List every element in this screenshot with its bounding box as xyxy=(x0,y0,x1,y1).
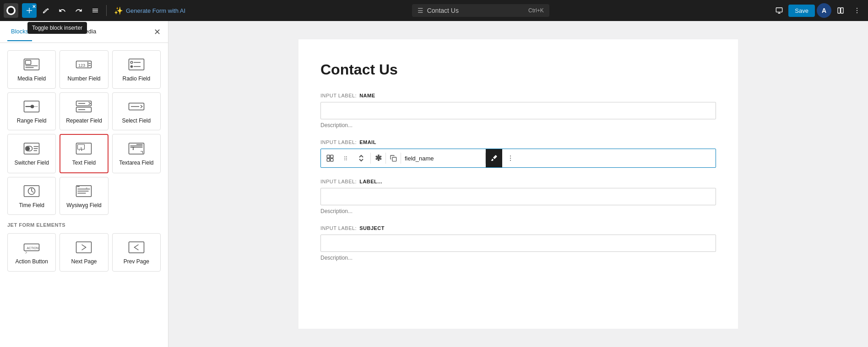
style-button[interactable] xyxy=(486,149,502,167)
svg-point-41 xyxy=(26,147,30,150)
text-field-icon: A xyxy=(76,140,92,157)
block-item-range-field[interactable]: Range Field xyxy=(7,92,56,131)
prev-page-icon xyxy=(128,239,145,256)
email-field-group: INPUT LABEL: EMAIL xyxy=(320,139,716,168)
subject-description: Description... xyxy=(320,255,716,261)
svg-point-80 xyxy=(510,160,511,161)
command-bar[interactable]: ☰ Contact Us Ctrl+K xyxy=(412,4,549,17)
block-item-action-button[interactable]: ACTION Action Button xyxy=(7,233,56,272)
sidebar-scroll: Media Field 123 Number Field xyxy=(0,43,168,347)
svg-point-76 xyxy=(346,160,347,160)
block-item-prev-page[interactable]: Prev Page xyxy=(112,233,161,272)
block-item-time-field[interactable]: Time Field xyxy=(7,177,56,215)
block-grid: Media Field 123 Number Field xyxy=(7,50,161,215)
redo-button[interactable] xyxy=(71,3,86,18)
svg-rect-45 xyxy=(76,143,92,154)
block-item-switcher-field[interactable]: Switcher Field xyxy=(7,134,56,173)
avatar-initial: A xyxy=(822,7,826,14)
command-bar-title: Contact Us xyxy=(427,7,459,14)
more-options-button[interactable] xyxy=(850,3,864,18)
svg-rect-2 xyxy=(29,8,29,13)
label-label-prefix: INPUT LABEL: xyxy=(320,179,357,184)
block-item-select-field[interactable]: Select Field xyxy=(112,92,161,131)
block-item-media-field[interactable]: Media Field xyxy=(7,50,56,89)
avatar-button[interactable]: A xyxy=(817,3,831,18)
svg-rect-3 xyxy=(92,9,98,9)
save-button[interactable]: Save xyxy=(788,5,815,17)
svg-line-36 xyxy=(89,103,91,105)
name-input[interactable] xyxy=(320,102,716,119)
block-item-radio-field[interactable]: Radio Field xyxy=(112,50,161,89)
field-toolbar-left xyxy=(321,149,370,167)
svg-rect-77 xyxy=(392,157,396,161)
svg-rect-7 xyxy=(838,8,840,13)
form-title[interactable]: Contact Us xyxy=(320,61,716,78)
block-item-number-field[interactable]: 123 Number Field xyxy=(60,50,108,89)
next-page-icon xyxy=(76,239,92,256)
email-label-prefix: INPUT LABEL: xyxy=(320,139,357,145)
svg-point-71 xyxy=(344,156,345,157)
svg-rect-5 xyxy=(92,12,98,12)
editor-content: Contact Us INPUT LABEL: NAME Description… xyxy=(298,39,738,329)
svg-point-74 xyxy=(346,158,347,159)
block-item-repeater-field[interactable]: Repeater Field xyxy=(60,92,108,131)
toggle-block-inserter-button[interactable]: ✕ xyxy=(22,3,37,18)
svg-rect-67 xyxy=(327,155,330,158)
email-label-row: INPUT LABEL: EMAIL xyxy=(320,139,716,145)
generate-form-ai-button[interactable]: ✨ Generate Form with AI xyxy=(110,6,189,15)
name-label-row: INPUT LABEL: NAME xyxy=(320,93,716,98)
svg-text:≡: ≡ xyxy=(86,187,88,189)
layout-toggle-button[interactable] xyxy=(833,3,848,18)
svg-point-78 xyxy=(510,155,511,156)
block-type-button[interactable] xyxy=(323,149,337,167)
svg-point-72 xyxy=(346,156,347,157)
svg-rect-65 xyxy=(76,242,92,253)
field-name-input[interactable] xyxy=(401,151,485,165)
wand-icon: ✨ xyxy=(114,6,123,15)
label-field-group: INPUT LABEL: LABEL... Description... xyxy=(320,179,716,214)
svg-point-73 xyxy=(344,158,345,159)
preview-desktop-button[interactable] xyxy=(772,3,787,18)
svg-point-25 xyxy=(131,66,132,67)
more-field-options-button[interactable] xyxy=(502,149,519,167)
block-item-next-page[interactable]: Next Page xyxy=(60,233,108,272)
required-button[interactable]: ✱ xyxy=(371,149,385,167)
subject-input[interactable] xyxy=(320,235,716,252)
drag-handle-button[interactable] xyxy=(338,149,353,167)
svg-rect-66 xyxy=(129,242,144,253)
svg-rect-6 xyxy=(776,8,782,12)
svg-rect-69 xyxy=(327,159,330,161)
textarea-field-icon: T xyxy=(128,140,145,157)
svg-point-9 xyxy=(857,8,857,9)
wp-logo[interactable] xyxy=(4,3,18,18)
wysiwyg-field-icon: ≡ xyxy=(76,183,92,199)
tools-menu-button[interactable] xyxy=(88,3,103,18)
editor-area: Contact Us INPUT LABEL: NAME Description… xyxy=(168,21,868,347)
svg-point-11 xyxy=(857,12,857,13)
edit-button[interactable] xyxy=(38,3,53,18)
name-field-group: INPUT LABEL: NAME Description... xyxy=(320,93,716,128)
svg-point-22 xyxy=(130,61,133,64)
subject-field-group: INPUT LABEL: SUBJECT Description... xyxy=(320,225,716,261)
sidebar: Blocks Patterns Media ✕ xyxy=(0,21,168,347)
media-field-icon xyxy=(23,56,40,73)
name-label-value: NAME xyxy=(359,93,375,98)
block-item-textarea-field[interactable]: T Textarea Field xyxy=(112,134,161,173)
block-item-wysiwyg-field[interactable]: ≡ Wysiwyg Field xyxy=(60,177,108,215)
svg-line-56 xyxy=(32,191,34,192)
svg-point-79 xyxy=(510,158,511,159)
right-toolbar: Save A xyxy=(772,3,864,18)
sidebar-close-button[interactable]: ✕ xyxy=(154,27,161,37)
svg-rect-70 xyxy=(331,159,333,161)
copy-button[interactable] xyxy=(386,149,401,167)
number-field-icon: 123 xyxy=(76,56,92,73)
undo-button[interactable] xyxy=(55,3,70,18)
toolbar-separator xyxy=(106,5,107,16)
main-area: Blocks Patterns Media ✕ xyxy=(0,21,868,347)
label-input[interactable] xyxy=(320,188,716,205)
block-item-text-field[interactable]: A Text Field xyxy=(60,134,108,173)
jet-block-grid: ACTION Action Button Next Page xyxy=(7,233,161,272)
name-label-prefix: INPUT LABEL: xyxy=(320,93,357,98)
label-label-value: LABEL... xyxy=(359,179,382,184)
move-arrows-button[interactable] xyxy=(354,149,369,167)
